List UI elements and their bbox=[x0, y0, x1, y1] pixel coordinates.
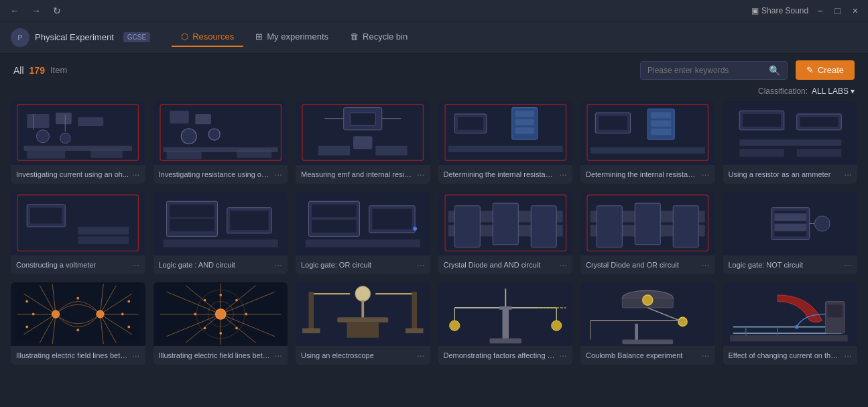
card-7-menu[interactable]: ··· bbox=[129, 259, 140, 270]
card-2-menu[interactable]: ··· bbox=[271, 169, 282, 180]
svg-rect-76 bbox=[597, 206, 622, 247]
maximize-button[interactable]: □ bbox=[831, 4, 843, 17]
card-13[interactable]: Illustrating electric field lines betw..… bbox=[11, 282, 145, 365]
card-16-menu[interactable]: ··· bbox=[556, 350, 567, 361]
card-9-menu[interactable]: ··· bbox=[414, 259, 425, 270]
card-4[interactable]: Determining the internal resistanc... ··… bbox=[438, 101, 573, 184]
card-14[interactable]: Illustrating electric field lines betw..… bbox=[153, 282, 288, 365]
card-9[interactable]: Logic gate: OR circuit ··· bbox=[296, 192, 430, 274]
svg-point-109 bbox=[76, 329, 79, 331]
card-7[interactable]: Constructing a voltmeter ··· bbox=[11, 192, 145, 274]
card-11-menu[interactable]: ··· bbox=[699, 259, 710, 270]
share-sound-button[interactable]: ▣ Share Sound bbox=[751, 6, 808, 15]
card-8[interactable]: Logic gate : AND circuit ··· bbox=[153, 192, 288, 274]
card-17-menu[interactable]: ··· bbox=[699, 350, 710, 361]
svg-point-108 bbox=[76, 297, 79, 300]
card-5-thumbnail bbox=[580, 101, 715, 165]
all-labs-button[interactable]: ALL LABS ▾ bbox=[812, 86, 855, 96]
card-6[interactable]: Using a resistor as an ammeter ··· bbox=[723, 101, 858, 184]
svg-point-168 bbox=[794, 325, 798, 329]
card-14-menu[interactable]: ··· bbox=[271, 350, 282, 361]
svg-rect-53 bbox=[78, 227, 129, 234]
card-3-footer: Measuring emf and internal resista... ··… bbox=[296, 165, 430, 184]
card-6-menu[interactable]: ··· bbox=[841, 169, 852, 180]
card-11-thumbnail bbox=[580, 192, 715, 255]
app-name: Physical Experiment bbox=[35, 32, 114, 42]
card-3-menu[interactable]: ··· bbox=[414, 169, 425, 180]
card-18-menu[interactable]: ··· bbox=[841, 350, 852, 361]
card-1[interactable]: Investigating current using an oh... ··· bbox=[11, 101, 145, 184]
card-8-menu[interactable]: ··· bbox=[271, 259, 282, 270]
tab-recycle-bin[interactable]: 🗑 Recycle bin bbox=[340, 27, 417, 47]
card-8-title: Logic gate : AND circuit bbox=[159, 261, 272, 269]
card-4-footer: Determining the internal resistanc... ··… bbox=[438, 165, 573, 184]
card-4-menu[interactable]: ··· bbox=[556, 169, 567, 180]
card-12-menu[interactable]: ··· bbox=[841, 259, 852, 270]
card-4-thumbnail bbox=[438, 101, 573, 165]
tab-resources[interactable]: ⬡ Resources bbox=[172, 27, 243, 47]
card-3[interactable]: Measuring emf and internal resista... ··… bbox=[296, 101, 430, 184]
search-icon: 🔍 bbox=[769, 65, 780, 76]
svg-rect-62 bbox=[312, 205, 357, 217]
svg-rect-36 bbox=[651, 112, 671, 119]
card-16-thumbnail bbox=[438, 282, 573, 346]
card-12-footer: Logic gate: NOT circuit ··· bbox=[723, 255, 858, 274]
item-label: Item bbox=[50, 65, 67, 75]
svg-line-114 bbox=[166, 292, 221, 314]
svg-point-147 bbox=[449, 321, 459, 331]
back-button[interactable]: ← bbox=[7, 4, 23, 17]
card-7-title: Constructing a voltmeter bbox=[16, 261, 129, 269]
card-2[interactable]: Investigating resistance using ohm... ··… bbox=[153, 101, 288, 184]
tab-my-experiments[interactable]: ⊞ My experiments bbox=[246, 27, 338, 47]
svg-point-126 bbox=[245, 313, 247, 316]
card-1-menu[interactable]: ··· bbox=[129, 169, 140, 180]
svg-rect-56 bbox=[170, 205, 214, 217]
card-12[interactable]: Logic gate: NOT circuit ··· bbox=[723, 192, 858, 274]
card-5[interactable]: Determining the internal resistanc... ··… bbox=[580, 101, 715, 184]
svg-point-13 bbox=[181, 129, 196, 144]
card-16[interactable]: Demonstrating factors affecting C... ··· bbox=[438, 282, 573, 365]
card-1-title: Investigating current using an oh... bbox=[16, 170, 129, 178]
classification-label: Classification: bbox=[758, 86, 808, 96]
svg-rect-67 bbox=[306, 239, 420, 247]
refresh-button[interactable]: ↻ bbox=[50, 4, 64, 17]
recycle-icon: 🗑 bbox=[350, 32, 359, 42]
svg-rect-72 bbox=[531, 206, 556, 247]
card-15[interactable]: Using an electroscope ··· bbox=[296, 282, 430, 365]
toolbar-right: 🔍 ✎ Create bbox=[640, 60, 855, 80]
resources-icon: ⬡ bbox=[181, 32, 188, 42]
nav-tabs: ⬡ Resources ⊞ My experiments 🗑 Recycle b… bbox=[172, 27, 417, 47]
minimize-button[interactable]: − bbox=[814, 4, 826, 17]
svg-point-103 bbox=[25, 300, 28, 303]
card-10[interactable]: Crystal Diode and AND circuit ··· bbox=[438, 192, 573, 274]
card-9-footer: Logic gate: OR circuit ··· bbox=[296, 255, 430, 274]
card-11[interactable]: Crystal Diode and OR circuit ··· bbox=[580, 192, 715, 274]
search-box[interactable]: 🔍 bbox=[640, 61, 788, 80]
create-button[interactable]: ✎ Create bbox=[796, 60, 855, 80]
card-10-menu[interactable]: ··· bbox=[556, 259, 567, 270]
svg-rect-51 bbox=[30, 208, 62, 224]
svg-rect-142 bbox=[406, 328, 424, 333]
card-15-menu[interactable]: ··· bbox=[414, 350, 425, 361]
svg-line-117 bbox=[166, 314, 221, 337]
avatar: P bbox=[11, 28, 29, 47]
card-5-menu[interactable]: ··· bbox=[699, 169, 710, 180]
forward-button[interactable]: → bbox=[28, 4, 44, 17]
card-18[interactable]: Effect of changing current on the ... ··… bbox=[723, 282, 858, 365]
svg-rect-29 bbox=[515, 119, 534, 126]
toolbar: All 179 Item 🔍 ✎ Create bbox=[0, 54, 868, 86]
svg-point-66 bbox=[413, 227, 417, 231]
svg-line-118 bbox=[186, 286, 221, 314]
svg-point-4 bbox=[60, 133, 70, 143]
svg-point-104 bbox=[25, 326, 28, 329]
close-button[interactable]: × bbox=[849, 4, 861, 17]
svg-rect-40 bbox=[599, 116, 627, 130]
svg-rect-38 bbox=[651, 129, 671, 135]
svg-rect-63 bbox=[312, 220, 357, 233]
search-input[interactable] bbox=[647, 66, 765, 75]
card-13-menu[interactable]: ··· bbox=[129, 350, 140, 361]
app-logo: P Physical Experiment GCSE bbox=[11, 28, 150, 47]
card-grid: Investigating current using an oh... ···… bbox=[0, 101, 868, 371]
card-10-thumbnail bbox=[438, 192, 573, 255]
card-17[interactable]: Coulomb Balance experiment ··· bbox=[580, 282, 715, 365]
